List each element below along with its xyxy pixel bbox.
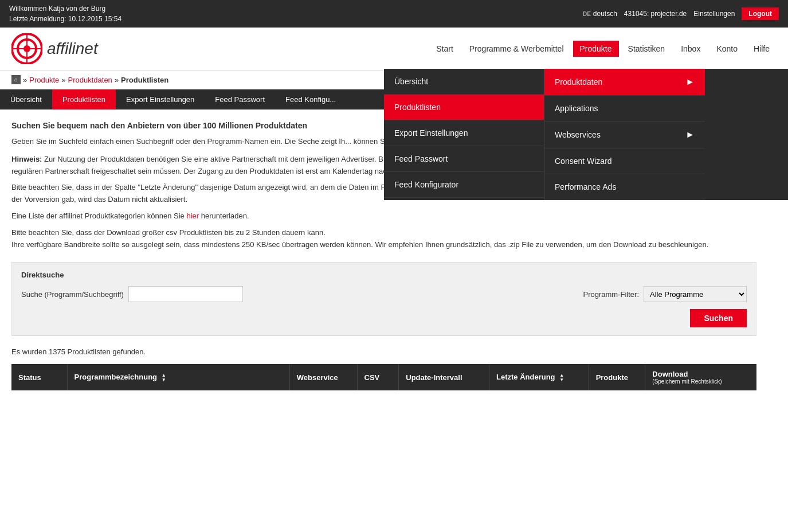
- logo: affilinet: [11, 33, 98, 64]
- content-para3: Eine Liste der affilinet Produktkategori…: [11, 210, 756, 222]
- search-button[interactable]: Suchen: [690, 309, 747, 327]
- col-header-status: Status: [11, 364, 67, 390]
- nav-hilfe[interactable]: Hilfe: [747, 41, 777, 57]
- settings-link[interactable]: Einstellungen: [693, 10, 735, 18]
- dropdown-export-einstellungen[interactable]: Export Einstellungen: [384, 120, 544, 146]
- dropdown-applications[interactable]: Applications: [544, 96, 705, 122]
- program-filter-select[interactable]: Alle Programme Nur Partner-Programme Kei…: [644, 286, 747, 302]
- nav-produkte[interactable]: Produkte: [573, 41, 619, 57]
- dropdown-right-col: Produktdaten ► Applications Webservices …: [544, 69, 705, 200]
- search-box-title: Direktsuche: [21, 271, 747, 279]
- dropdown-menu-wrapper: Übersicht Produktlisten Export Einstellu…: [0, 69, 788, 200]
- dropdown-menu: Übersicht Produktlisten Export Einstellu…: [384, 69, 788, 200]
- search-btn-row: Suchen: [21, 309, 747, 327]
- dropdown-consent-wizard[interactable]: Consent Wizard: [544, 148, 705, 174]
- nav-start[interactable]: Start: [429, 41, 460, 57]
- dropdown-produktlisten[interactable]: Produktlisten: [384, 95, 544, 120]
- arrow-icon: ►: [685, 77, 695, 87]
- search-label: Suche (Programm/Suchbegriff): [21, 290, 124, 299]
- dropdown-performance-ads[interactable]: Performance Ads: [544, 174, 705, 200]
- para4-line2: Ihre verfügbare Bandbreite sollte so aus…: [11, 240, 708, 249]
- col-header-webservice: Webservice: [289, 364, 357, 390]
- nav-programme[interactable]: Programme & Werbemittel: [462, 41, 571, 57]
- para4-line1: Bitte beachten Sie, dass der Download gr…: [11, 228, 326, 237]
- col-header-download: Download (Speichern mit Rechtsklick): [645, 364, 756, 390]
- lang-label: deutsch: [593, 10, 617, 18]
- dropdown-feed-passwort[interactable]: Feed Passwort: [384, 146, 544, 172]
- sort-arrows-prog: ▲▼: [162, 373, 166, 382]
- para3-prefix: Eine Liste der affilinet Produktkategori…: [11, 212, 186, 220]
- logo-text: affilinet: [47, 40, 98, 58]
- search-row: Suche (Programm/Suchbegriff) Programm-Fi…: [21, 286, 747, 302]
- dropdown-webservices[interactable]: Webservices ►: [544, 122, 705, 148]
- main-nav: Start Programme & Werbemittel Produkte S…: [429, 41, 777, 57]
- data-table: Status Programmbezeichnung ▲▼ Webservice…: [11, 364, 756, 390]
- dropdown-uebersicht[interactable]: Übersicht: [384, 69, 544, 95]
- lang-code: DE: [583, 11, 591, 17]
- nav-inbox[interactable]: Inbox: [674, 41, 707, 57]
- top-bar-user-info: Willkommen Katja von der Burg Letzte Anm…: [9, 3, 121, 24]
- sort-arrows-change: ▲▼: [559, 373, 564, 382]
- search-input[interactable]: [128, 286, 243, 302]
- dropdown-feed-konfigurator[interactable]: Feed Konfigurator: [384, 172, 544, 198]
- affilinet-logo-icon: [11, 33, 42, 64]
- content-para4: Bitte beachten Sie, dass der Download gr…: [11, 227, 756, 251]
- search-field-group: Suche (Programm/Suchbegriff): [21, 286, 243, 302]
- header: affilinet Start Programme & Werbemittel …: [0, 28, 788, 71]
- top-bar: Willkommen Katja von der Burg Letzte Anm…: [0, 0, 788, 28]
- dropdown-left-col: Übersicht Produktlisten Export Einstellu…: [384, 69, 544, 200]
- table-header-row: Status Programmbezeichnung ▲▼ Webservice…: [11, 364, 756, 390]
- col-header-letzte-aenderung[interactable]: Letzte Änderung ▲▼: [489, 364, 589, 390]
- last-login: Letzte Anmeldung: 10.12.2015 15:54: [9, 14, 121, 24]
- col-header-csv: CSV: [357, 364, 399, 390]
- search-box: Direktsuche Suche (Programm/Suchbegriff)…: [11, 262, 756, 336]
- logout-button[interactable]: Logout: [742, 7, 779, 20]
- col-header-update-intervall: Update-Intervall: [399, 364, 489, 390]
- hier-link[interactable]: hier: [186, 212, 199, 220]
- col-header-programmbezeichnung[interactable]: Programmbezeichnung ▲▼: [67, 364, 289, 390]
- welcome-message: Willkommen Katja von der Burg: [9, 3, 121, 14]
- para3-suffix: herunterladen.: [199, 212, 249, 220]
- language-selector[interactable]: DE deutsch: [583, 10, 617, 18]
- top-bar-right: DE deutsch 431045: projecter.de Einstell…: [583, 7, 779, 20]
- filter-group: Programm-Filter: Alle Programme Nur Part…: [583, 286, 747, 302]
- arrow-icon-webservices: ►: [685, 130, 695, 140]
- filter-label: Programm-Filter:: [583, 290, 639, 299]
- nav-konto[interactable]: Konto: [709, 41, 744, 57]
- results-count: Es wurden 1375 Produktlisten gefunden.: [11, 347, 756, 356]
- col-header-produkte: Produkte: [589, 364, 645, 390]
- account-info: 431045: projecter.de: [624, 10, 687, 18]
- dropdown-produktdaten[interactable]: Produktdaten ►: [544, 69, 705, 96]
- nav-statistiken[interactable]: Statistiken: [621, 41, 672, 57]
